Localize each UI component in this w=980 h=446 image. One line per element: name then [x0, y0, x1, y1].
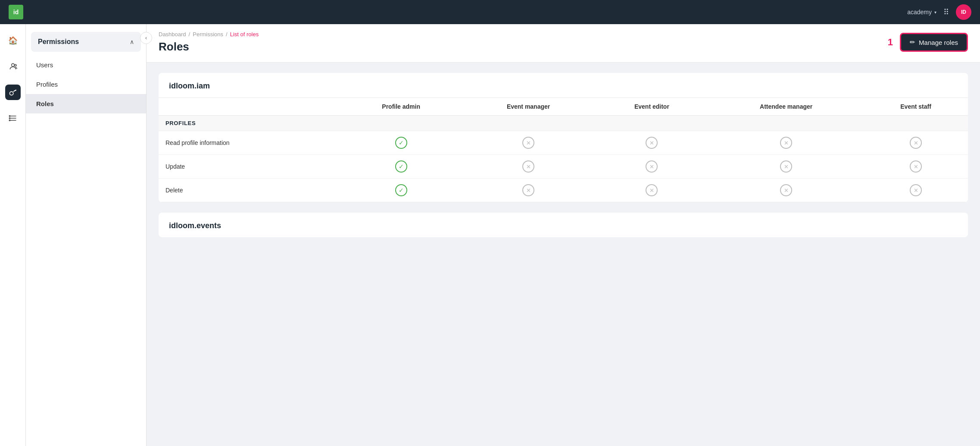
roles-table-iam: Profile admin Event manager Event editor… [159, 97, 968, 202]
sidebar-icon-list[interactable] [5, 110, 21, 126]
breadcrumb-sep1: / [189, 31, 190, 38]
sidebar-item-roles[interactable]: Roles [26, 94, 146, 113]
col-header-event-staff: Event staff [864, 98, 968, 116]
group-header-profiles: PROFILES [159, 116, 968, 131]
x-icon: ✕ [646, 137, 658, 149]
sidebar-icon-key[interactable] [5, 85, 21, 100]
sidebar-item-profiles[interactable]: Profiles [26, 75, 146, 94]
page-header-right: 1 ✏ Manage roles [888, 33, 968, 52]
x-icon: ✕ [780, 160, 792, 173]
x-icon: ✕ [646, 184, 658, 196]
check-icon: ✓ [395, 137, 407, 149]
content-area: Dashboard / Permissions / List of roles … [147, 24, 980, 446]
section-iam-title: idloom.iam [159, 73, 968, 97]
svg-point-6 [9, 116, 10, 117]
col-header-name [159, 98, 340, 116]
col-header-attendee-manager: Attendee manager [708, 98, 864, 116]
check-icon: ✓ [395, 184, 407, 196]
section-idloom-iam: idloom.iam Profile admin Event manager E… [159, 73, 968, 202]
breadcrumb: Dashboard / Permissions / List of roles [159, 31, 259, 38]
sidebar-icon-home[interactable]: 🏠 [5, 33, 21, 48]
svg-point-1 [14, 64, 16, 66]
row-update-attendee-manager: ✕ [708, 155, 864, 179]
row-delete-admin: ✓ [340, 179, 462, 202]
logo[interactable]: id [9, 5, 23, 19]
x-icon: ✕ [910, 160, 922, 173]
row-delete-event-manager: ✕ [462, 179, 595, 202]
row-update-label: Update [159, 155, 340, 179]
sidebar-item-roles-label: Roles [36, 100, 54, 107]
svg-point-2 [9, 91, 13, 95]
row-delete-event-staff: ✕ [864, 179, 968, 202]
left-sidebar: ‹ Permissions ∧ Users Profiles Roles [26, 24, 147, 446]
row-delete-attendee-manager: ✕ [708, 179, 864, 202]
svg-point-0 [11, 63, 14, 66]
svg-point-8 [9, 120, 10, 121]
row-read-profile-admin: ✓ [340, 131, 462, 155]
sidebar-item-users-label: Users [36, 61, 53, 69]
icon-sidebar: 🏠 [0, 24, 26, 446]
x-icon: ✕ [646, 160, 658, 173]
x-icon: ✕ [910, 137, 922, 149]
academy-button[interactable]: academy ▾ [907, 9, 936, 16]
col-header-profile-admin: Profile admin [340, 98, 462, 116]
sidebar-item-users[interactable]: Users [26, 55, 146, 75]
chevron-up-icon: ∧ [130, 38, 134, 45]
topnav: id academy ▾ ⠿ ID [0, 0, 980, 24]
main-layout: 🏠 ‹ Permissions ∧ Users [0, 24, 980, 446]
row-read-attendee-manager: ✕ [708, 131, 864, 155]
page-title: Roles [159, 40, 259, 53]
x-icon: ✕ [522, 137, 534, 149]
svg-point-7 [9, 118, 10, 119]
chevron-down-icon: ▾ [934, 10, 936, 15]
table-row: Delete ✓ ✕ ✕ ✕ ✕ [159, 179, 968, 202]
row-read-event-editor: ✕ [595, 131, 709, 155]
manage-roles-button[interactable]: ✏ Manage roles [900, 33, 968, 52]
pencil-icon: ✏ [910, 38, 915, 46]
permissions-header[interactable]: Permissions ∧ [31, 32, 141, 52]
sidebar-icon-users[interactable] [5, 59, 21, 74]
x-icon: ✕ [522, 184, 534, 196]
col-header-event-editor: Event editor [595, 98, 709, 116]
breadcrumb-current: List of roles [230, 31, 259, 38]
row-update-event-manager: ✕ [462, 155, 595, 179]
row-read-event-manager: ✕ [462, 131, 595, 155]
breadcrumb-permissions[interactable]: Permissions [193, 31, 223, 38]
content-body: idloom.iam Profile admin Event manager E… [147, 63, 980, 258]
check-icon: ✓ [395, 160, 407, 173]
row-update-event-staff: ✕ [864, 155, 968, 179]
table-header-row: Profile admin Event manager Event editor… [159, 98, 968, 116]
section-idloom-events: idloom.events [159, 213, 968, 237]
x-icon: ✕ [522, 160, 534, 173]
row-update-admin: ✓ [340, 155, 462, 179]
x-icon: ✕ [780, 137, 792, 149]
manage-roles-label: Manage roles [919, 39, 958, 46]
table-row: Read profile information ✓ ✕ ✕ ✕ ✕ [159, 131, 968, 155]
topnav-left: id [9, 5, 23, 19]
academy-label: academy [907, 9, 932, 16]
grid-icon[interactable]: ⠿ [943, 7, 949, 17]
step-number: 1 [888, 37, 893, 48]
collapse-button[interactable]: ‹ [140, 32, 152, 44]
col-header-event-manager: Event manager [462, 98, 595, 116]
topnav-right: academy ▾ ⠿ ID [907, 4, 971, 20]
row-read-profile-label: Read profile information [159, 131, 340, 155]
sidebar-section-title: Permissions [38, 38, 79, 46]
x-icon: ✕ [910, 184, 922, 196]
group-label-profiles: PROFILES [159, 116, 968, 131]
page-header-left: Dashboard / Permissions / List of roles … [159, 31, 259, 53]
avatar[interactable]: ID [956, 4, 971, 20]
x-icon: ✕ [780, 184, 792, 196]
table-row: Update ✓ ✕ ✕ ✕ ✕ [159, 155, 968, 179]
row-update-event-editor: ✕ [595, 155, 709, 179]
breadcrumb-sep2: / [226, 31, 228, 38]
sidebar-item-profiles-label: Profiles [36, 81, 58, 88]
row-delete-event-editor: ✕ [595, 179, 709, 202]
breadcrumb-dashboard[interactable]: Dashboard [159, 31, 186, 38]
page-header: Dashboard / Permissions / List of roles … [147, 24, 980, 63]
section-events-title: idloom.events [159, 213, 968, 237]
row-delete-label: Delete [159, 179, 340, 202]
row-read-event-staff: ✕ [864, 131, 968, 155]
